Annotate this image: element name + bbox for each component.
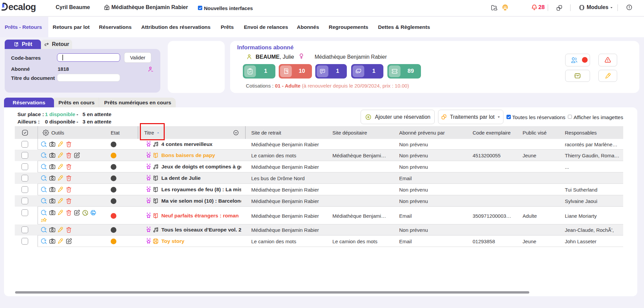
svg-text:ecalog: ecalog: [8, 2, 36, 12]
